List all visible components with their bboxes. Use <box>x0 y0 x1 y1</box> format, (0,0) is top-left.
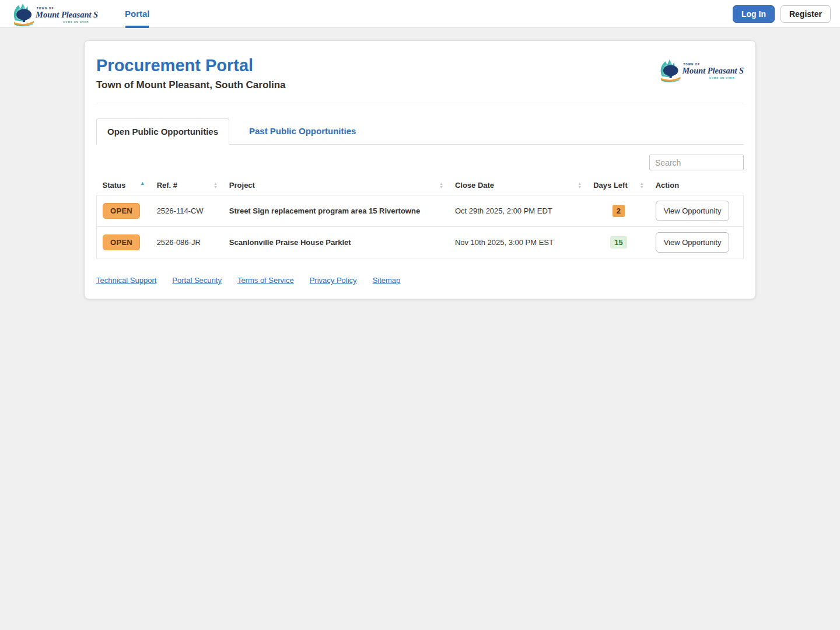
top-navbar: TOWN OF Mount Pleasant SC COME ON OVER P… <box>0 0 840 28</box>
svg-text:COME ON OVER: COME ON OVER <box>709 76 735 79</box>
sort-both-icon: ▲▼ <box>439 182 443 189</box>
search-input[interactable] <box>649 155 744 170</box>
days-left-badge: 2 <box>612 205 625 217</box>
column-header-days-left[interactable]: Days Left ▲▼ <box>587 176 649 195</box>
ref-number: 2526-086-JR <box>151 227 223 258</box>
column-header-close-date[interactable]: Close Date ▲▼ <box>449 176 587 195</box>
page-subtitle: Town of Mount Pleasant, South Carolina <box>96 79 286 91</box>
card-header: Procurement Portal Town of Mount Pleasan… <box>96 52 744 103</box>
link-technical-support[interactable]: Technical Support <box>96 276 156 285</box>
mount-pleasant-logo-icon: TOWN OF Mount Pleasant SC COME ON OVER <box>9 1 98 27</box>
opportunities-table: Status ▲ Ref. # ▲▼ Project ▲▼ <box>96 176 744 258</box>
close-date: Oct 29th 2025, 2:00 PM EDT <box>449 195 587 227</box>
days-left-badge: 15 <box>610 236 626 249</box>
link-portal-security[interactable]: Portal Security <box>172 276 222 285</box>
nav-item-portal[interactable]: Portal <box>125 0 150 28</box>
link-privacy-policy[interactable]: Privacy Policy <box>310 276 357 285</box>
register-button[interactable]: Register <box>780 5 831 23</box>
column-header-action: Action <box>650 176 744 195</box>
mount-pleasant-header-logo-icon: TOWN OF Mount Pleasant SC COME ON OVER <box>656 56 744 84</box>
view-opportunity-button[interactable]: View Opportunity <box>656 232 730 253</box>
navbar-actions: Log In Register <box>733 5 831 23</box>
column-label: Days Left <box>593 181 628 190</box>
title-block: Procurement Portal Town of Mount Pleasan… <box>96 56 286 91</box>
table-row: OPEN 2526-114-CW Street Sign replacement… <box>97 195 744 227</box>
column-label: Close Date <box>455 181 494 190</box>
status-badge: OPEN <box>103 235 140 250</box>
tab-past-public-opportunities[interactable]: Past Public Opportunities <box>239 118 366 144</box>
nav-item-portal-label: Portal <box>125 9 150 19</box>
nav-active-underline <box>125 26 149 28</box>
footer-links: Technical Support Portal Security Terms … <box>96 276 744 287</box>
link-terms-of-service[interactable]: Terms of Service <box>237 276 294 285</box>
column-header-status[interactable]: Status ▲ <box>97 176 151 195</box>
link-sitemap[interactable]: Sitemap <box>373 276 401 285</box>
login-button[interactable]: Log In <box>733 5 775 23</box>
column-label: Action <box>656 181 679 190</box>
column-header-ref[interactable]: Ref. # ▲▼ <box>151 176 223 195</box>
column-header-project[interactable]: Project ▲▼ <box>223 176 449 195</box>
search-row <box>96 155 744 170</box>
column-label: Ref. # <box>157 181 177 190</box>
tab-open-public-opportunities[interactable]: Open Public Opportunities <box>96 118 229 145</box>
svg-text:COME ON OVER: COME ON OVER <box>63 20 89 23</box>
page-title: Procurement Portal <box>96 56 286 75</box>
table-header-row: Status ▲ Ref. # ▲▼ Project ▲▼ <box>97 176 744 195</box>
column-label: Status <box>103 181 126 190</box>
ref-number: 2526-114-CW <box>151 195 223 227</box>
status-badge: OPEN <box>103 203 140 219</box>
project-name: Street Sign replacement program area 15 … <box>223 195 449 227</box>
sort-asc-icon: ▲ <box>140 181 145 186</box>
opportunities-tabs: Open Public Opportunities Past Public Op… <box>96 118 744 145</box>
svg-text:Mount Pleasant SC: Mount Pleasant SC <box>35 10 98 19</box>
close-date: Nov 10th 2025, 3:00 PM EST <box>449 227 587 258</box>
project-name: Scanlonville Praise House Parklet <box>223 227 449 258</box>
mount-pleasant-logo[interactable]: TOWN OF Mount Pleasant SC COME ON OVER <box>9 1 98 27</box>
view-opportunity-button[interactable]: View Opportunity <box>656 201 730 221</box>
table-row: OPEN 2526-086-JR Scanlonville Praise Hou… <box>97 227 744 258</box>
procurement-portal-card: Procurement Portal Town of Mount Pleasan… <box>84 40 756 299</box>
sort-both-icon: ▲▼ <box>214 182 218 189</box>
header-logo: TOWN OF Mount Pleasant SC COME ON OVER <box>656 56 744 86</box>
column-label: Project <box>229 181 255 190</box>
svg-text:Mount Pleasant SC: Mount Pleasant SC <box>681 66 744 75</box>
sort-both-icon: ▲▼ <box>640 182 644 189</box>
sort-both-icon: ▲▼ <box>578 182 582 189</box>
